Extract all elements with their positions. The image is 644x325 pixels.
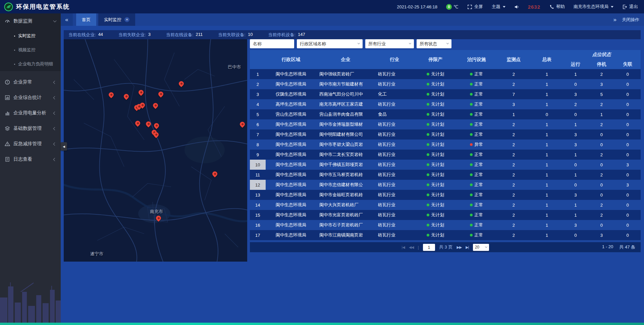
table-row[interactable]: 11阆中生态环境局阆中市五马桥页岩机砖砖瓦行业无计划正常21120	[250, 170, 641, 180]
industry-filter-select[interactable]: 所有行业	[365, 39, 414, 48]
map-pin[interactable]	[179, 81, 184, 87]
tab-scroll-right-button[interactable]: »	[613, 16, 616, 23]
close-operations-button[interactable]: 关闭操作	[622, 17, 639, 23]
table-row[interactable]: 3仪陇生态环境局西南油气田分公司川中化工无计划正常71350	[250, 89, 641, 99]
cell-monitor: 2	[496, 119, 531, 129]
map-pin[interactable]	[109, 92, 114, 98]
sidebar-item-enterprise-power-load-detail[interactable]: 企业电力负荷明细	[0, 57, 61, 71]
status-cell: 正常	[457, 210, 496, 220]
table-row[interactable]: 12阆中生态环境局阆中市忠信建材有限公砖瓦行业无计划正常21003	[250, 180, 641, 190]
table-row[interactable]: 2阆中生态环境局阆中市南方节能建材有砖瓦行业无计划正常21030	[250, 79, 641, 89]
table-row[interactable]: 5营山生态环境局营山县润丰肉食品有限食品无计划正常10010	[250, 109, 641, 119]
table-row[interactable]: 14阆中生态环境局阆中大兴页岩机砖厂砖瓦行业无计划正常21120	[250, 200, 641, 210]
sidebar-group-enterprise-statistics[interactable]: 企业综合统计	[0, 90, 61, 105]
tab-home[interactable]: 首页	[76, 13, 96, 26]
column-header: 行政区域	[266, 50, 316, 69]
status-cell: 无计划	[414, 89, 457, 99]
cell-company: 阆中市五马桥页岩机砖	[316, 170, 375, 180]
map-pin[interactable]	[154, 132, 159, 138]
table-row[interactable]: 4高坪生态环境局南充市高坪区王家店建砖瓦行业无计划正常31220	[250, 99, 641, 109]
map-pin[interactable]	[156, 216, 161, 221]
row-index: 11	[250, 170, 266, 180]
table-row[interactable]: 16阆中生态环境局阆中市石子页岩机砖厂砖瓦行业无计划正常21300	[250, 220, 641, 230]
map-pin[interactable]	[146, 121, 151, 127]
column-header: 停限产	[414, 50, 457, 69]
cell-stop: 0	[589, 160, 615, 170]
table-row[interactable]: 6阆中生态环境局阆中市金博瑞新型墙材砖瓦行业无计划正常21120	[250, 119, 641, 129]
cell-meter: 1	[531, 200, 562, 210]
map-pin[interactable]	[158, 92, 164, 97]
cell-industry: 砖瓦行业	[375, 200, 414, 210]
prev-page-button[interactable]: ◀◀	[409, 245, 414, 250]
sidebar-group-basic-data-management[interactable]: 基础数据管理	[0, 121, 61, 136]
logout-button[interactable]: 退出	[622, 4, 638, 10]
sidebar-item-realtime-monitoring[interactable]: 实时监控	[0, 29, 61, 43]
map-pin[interactable]	[212, 171, 218, 177]
table-row[interactable]: 17阆中生态环境局阆中市江南镇阆南页岩砖瓦行业无计划正常21030	[250, 230, 641, 240]
status-filter-select[interactable]: 所有状态	[417, 39, 451, 48]
pin-icon	[178, 80, 185, 87]
sidebar-group-emergency-reduction-management[interactable]: 应急减排管理	[0, 136, 61, 152]
status-cell: 无计划	[414, 119, 457, 129]
status-cell: 无计划	[414, 170, 457, 180]
map-pin[interactable]	[124, 94, 129, 100]
cell-stop: 1	[589, 109, 615, 119]
tab-close-icon[interactable]: ×	[124, 17, 129, 22]
sidebar-group-data-monitoring[interactable]: 数据监测	[0, 13, 61, 29]
sidebar-group-enterprise-abnormal[interactable]: 企业异常	[0, 74, 61, 90]
map-pin[interactable]	[153, 103, 158, 109]
speaker-icon	[514, 4, 519, 9]
cell-lost: 0	[614, 210, 641, 220]
theme-dropdown[interactable]: 主题	[492, 4, 505, 10]
sidebar-menu: 数据监测实时监控视频监控企业电力负荷明细企业异常企业综合统计企业用电量分析基础数…	[0, 13, 61, 167]
status-dot	[427, 73, 429, 75]
status-cell: 无计划	[414, 129, 457, 140]
table-row[interactable]: 7阆中生态环境局阆中明阳建材有限公司砖瓦行业无计划正常21300	[250, 129, 641, 140]
row-index: 10	[250, 160, 266, 170]
table-row[interactable]: 9阆中生态环境局阆中市二龙长宝页岩砖砖瓦行业无计划正常21120	[250, 150, 641, 160]
pin-icon	[239, 121, 246, 128]
temperature-unit: ℃	[453, 4, 459, 9]
table-row[interactable]: 8阆中生态环境局阆中市枣碧大梁山页岩砖瓦行业无计划异常21300	[250, 140, 641, 150]
cell-monitor: 3	[496, 99, 531, 109]
alarm-speaker-button[interactable]	[514, 4, 519, 9]
table-row[interactable]: 13阆中生态环境局阆中市金福旺页岩机砖砖瓦行业无计划正常21300	[250, 190, 641, 200]
table-row[interactable]: 10阆中生态环境局阆中千佛镇五郎垭页岩砖瓦行业无计划正常21003	[250, 160, 641, 170]
map-pin[interactable]	[140, 103, 145, 108]
cell-run: 3	[562, 220, 589, 230]
region-filter-select[interactable]: 行政区域名称	[297, 39, 363, 48]
first-page-button[interactable]: |◀	[401, 245, 405, 250]
temperature-badge: 0	[446, 4, 452, 10]
cell-run: 1	[562, 210, 589, 220]
name-filter-input[interactable]	[250, 39, 294, 48]
app-title: 环保用电监管系统	[16, 3, 70, 11]
next-page-button[interactable]: ▶▶	[457, 245, 462, 250]
page-size-select[interactable]: 20	[473, 244, 489, 251]
cell-run: 2	[562, 99, 589, 109]
cell-lost: 0	[614, 190, 641, 200]
tab-realtime-monitoring[interactable]: 实时监控×	[98, 13, 135, 26]
tab-scroll-left-button[interactable]: «	[61, 13, 73, 26]
sidebar-group-log-view[interactable]: 日志查看	[0, 152, 61, 167]
sidebar-item-video-monitoring[interactable]: 视频监控	[0, 43, 61, 57]
map-pin[interactable]	[139, 90, 144, 96]
last-page-button[interactable]: ▶|	[466, 245, 469, 250]
help-button[interactable]: 帮助	[549, 4, 565, 10]
table-row[interactable]: 15阆中生态环境局阆中市光富页岩机砖厂砖瓦行业无计划正常21120	[250, 210, 641, 220]
status-dot	[427, 234, 429, 236]
status-dot	[470, 224, 473, 226]
map-panel[interactable]: 巴中市南充市遂宁市	[64, 39, 247, 262]
status-dot	[427, 183, 429, 186]
page-number-input[interactable]	[423, 244, 435, 251]
row-index: 3	[250, 89, 266, 99]
map-pin[interactable]	[154, 123, 159, 129]
map-collapse-button[interactable]: ◀	[61, 142, 67, 151]
map-pin[interactable]	[135, 121, 141, 126]
sidebar-group-power-consumption-analysis[interactable]: 企业用电量分析	[0, 105, 61, 121]
table-row[interactable]: 1阆中生态环境局阆中强锐页岩砖厂砖瓦行业无计划正常21120	[250, 69, 641, 79]
map-pin[interactable]	[240, 122, 245, 127]
fullscreen-button[interactable]: 全屏	[467, 4, 483, 10]
chevron-icon	[53, 80, 57, 84]
tab-label: 实时监控	[104, 17, 121, 23]
org-dropdown[interactable]: 南充市生态环境局	[574, 4, 613, 10]
